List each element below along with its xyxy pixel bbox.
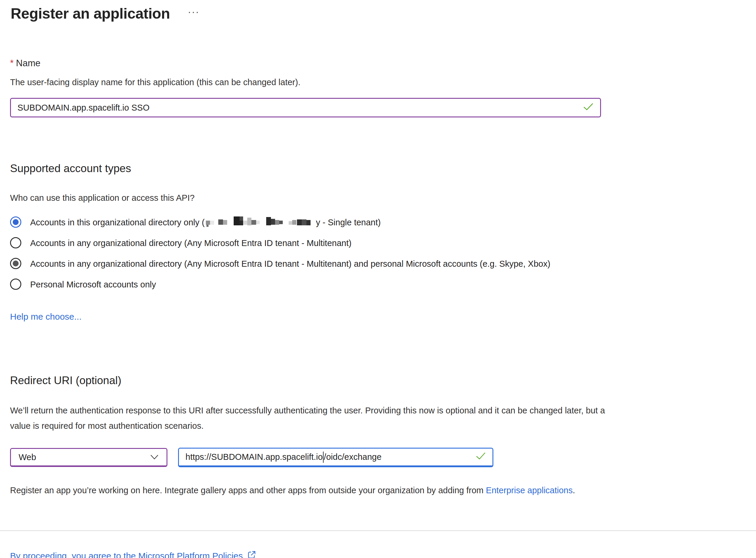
redirect-uri-input[interactable]: https://SUBDOMAIN.app.spacelift.io/oidc/…	[178, 448, 493, 467]
radio-option-single-tenant[interactable]: Accounts in this organizational director…	[10, 216, 613, 229]
valid-check-icon	[583, 103, 594, 113]
label-prefix: Accounts in this organizational director…	[30, 218, 205, 227]
page-title: Register an application	[11, 5, 170, 23]
page-footer: By proceeding, you agree to the Microsof…	[0, 531, 756, 558]
register-application-page: Register an application ··· *Name The us…	[0, 0, 756, 558]
valid-check-icon	[476, 452, 486, 462]
platform-policies-link[interactable]: By proceeding, you agree to the Microsof…	[10, 551, 243, 558]
enterprise-apps-note: Register an app you’re working on here. …	[10, 486, 690, 495]
account-types-question: Who can use this application or access t…	[10, 193, 746, 203]
required-asterisk: *	[10, 58, 14, 68]
platform-selected-value: Web	[19, 452, 36, 462]
name-input-value: SUBDOMAIN.app.spacelift.io SSO	[18, 103, 149, 113]
supported-account-types-heading: Supported account types	[10, 162, 746, 175]
account-type-radio-group: Accounts in this organizational director…	[10, 216, 613, 291]
redirect-uri-row: Web https://SUBDOMAIN.app.spacelift.io/o…	[10, 448, 746, 467]
radio-option-personal-only[interactable]: Personal Microsoft accounts only	[10, 278, 613, 291]
radio-selected-dark-icon[interactable]	[10, 258, 21, 269]
external-link-icon[interactable]	[247, 550, 256, 558]
main-content: *Name The user-facing display name for t…	[0, 23, 756, 495]
page-header: Register an application ···	[0, 0, 756, 23]
radio-option-multitenant-label: Accounts in any organizational directory…	[30, 236, 351, 250]
name-label-text: Name	[16, 58, 41, 68]
policy-line: By proceeding, you agree to the Microsof…	[10, 550, 746, 558]
radio-option-single-tenant-label: Accounts in this organizational director…	[30, 216, 381, 229]
redirect-uri-description: We’ll return the authentication response…	[10, 403, 619, 433]
chevron-down-icon	[150, 452, 159, 462]
name-field-description: The user-facing display name for this ap…	[10, 77, 746, 87]
radio-selected-blue-icon[interactable]	[10, 217, 21, 228]
note-text: Register an app you’re working on here. …	[10, 486, 486, 495]
enterprise-applications-link[interactable]: Enterprise applications	[486, 486, 573, 495]
help-me-choose-row: Help me choose...	[10, 312, 746, 322]
uri-value-after-caret: /oidc/exchange	[324, 452, 382, 462]
radio-unselected-icon[interactable]	[10, 237, 21, 248]
help-me-choose-link[interactable]: Help me choose...	[10, 312, 82, 322]
more-options-button[interactable]: ···	[188, 6, 200, 17]
name-field-label: *Name	[10, 58, 746, 69]
name-input[interactable]: SUBDOMAIN.app.spacelift.io SSO	[10, 98, 601, 118]
radio-option-personal-only-label: Personal Microsoft accounts only	[30, 278, 156, 291]
label-suffix: y - Single tenant)	[316, 218, 381, 227]
radio-option-multitenant-personal-label: Accounts in any organizational directory…	[30, 257, 550, 270]
radio-unselected-icon[interactable]	[10, 279, 21, 290]
note-period: .	[573, 486, 575, 495]
radio-option-multitenant-personal[interactable]: Accounts in any organizational directory…	[10, 257, 613, 270]
uri-value-before-caret: https://SUBDOMAIN.app.spacelift.io	[185, 452, 323, 462]
platform-select-dropdown[interactable]: Web	[10, 448, 168, 467]
radio-option-multitenant[interactable]: Accounts in any organizational directory…	[10, 236, 613, 250]
redacted-tenant-name	[205, 216, 315, 228]
redirect-uri-heading: Redirect URI (optional)	[10, 374, 746, 387]
